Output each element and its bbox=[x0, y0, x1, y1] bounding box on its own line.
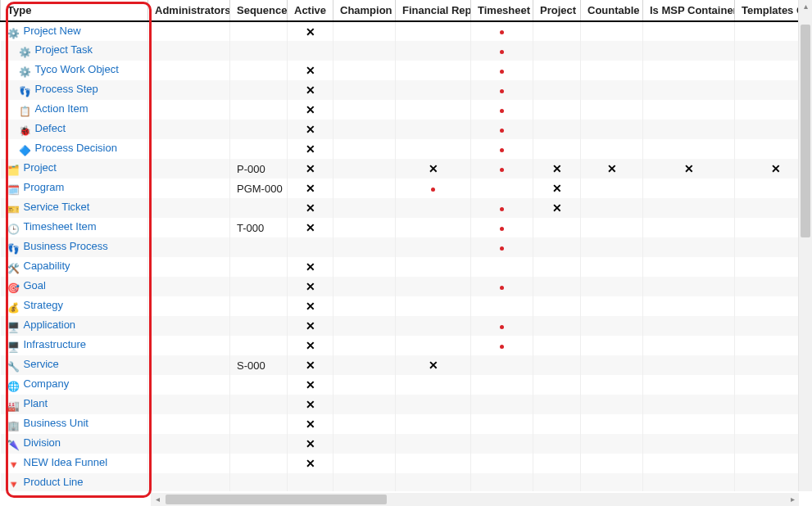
project-cell[interactable] bbox=[533, 454, 581, 473]
table-row[interactable]: 👣Process Step✕ bbox=[1, 80, 800, 100]
champion-cell[interactable] bbox=[333, 159, 396, 178]
table-row[interactable]: 💰Strategy✕ bbox=[1, 296, 800, 316]
msp-container-cell[interactable] bbox=[643, 139, 735, 159]
type-cell[interactable]: 🔻NEW Idea Funnel bbox=[1, 454, 148, 473]
champion-cell[interactable] bbox=[333, 375, 396, 395]
column-header-admin[interactable]: Administrators bbox=[148, 0, 230, 21]
table-row[interactable]: 🌐Company✕ bbox=[1, 375, 800, 395]
active-cell[interactable] bbox=[288, 473, 333, 491]
templates-only-cell[interactable] bbox=[735, 375, 800, 395]
sequence-cell[interactable] bbox=[230, 395, 288, 414]
msp-container-cell[interactable] bbox=[643, 355, 735, 375]
administrators-cell[interactable] bbox=[148, 316, 230, 336]
table-row[interactable]: 🔷Process Decision✕ bbox=[1, 139, 800, 159]
type-cell[interactable]: 🗓️Program bbox=[1, 178, 148, 198]
type-link[interactable]: Action Item bbox=[35, 102, 88, 115]
type-link[interactable]: Defect bbox=[35, 122, 66, 134]
timesheet-cell[interactable] bbox=[471, 159, 533, 178]
timesheet-cell[interactable] bbox=[471, 61, 533, 80]
countable-cell[interactable] bbox=[581, 41, 643, 61]
msp-container-cell[interactable] bbox=[643, 100, 735, 120]
templates-only-cell[interactable] bbox=[735, 120, 800, 139]
project-cell[interactable]: ✕ bbox=[533, 198, 581, 218]
financial-rep-cell[interactable]: ✕ bbox=[396, 355, 471, 375]
type-cell[interactable]: 🛠️Capability bbox=[1, 257, 148, 277]
sequence-cell[interactable]: PGM-000 bbox=[230, 178, 288, 198]
project-cell[interactable] bbox=[533, 237, 581, 257]
administrators-cell[interactable] bbox=[148, 473, 230, 491]
project-cell[interactable] bbox=[533, 120, 581, 139]
active-cell[interactable]: ✕ bbox=[288, 61, 333, 80]
active-cell[interactable]: ✕ bbox=[288, 120, 333, 139]
table-row[interactable]: ⚙️Tyco Work Object✕ bbox=[1, 61, 800, 80]
active-cell[interactable]: ✕ bbox=[288, 218, 333, 237]
horizontal-scrollbar[interactable]: ◂ ▸ bbox=[151, 493, 799, 506]
timesheet-cell[interactable] bbox=[471, 277, 533, 296]
table-row[interactable]: 🏢Business Unit✕ bbox=[1, 414, 800, 434]
scroll-left-arrow-icon[interactable]: ◂ bbox=[151, 493, 164, 506]
financial-rep-cell[interactable] bbox=[396, 100, 471, 120]
countable-cell[interactable] bbox=[581, 316, 643, 336]
administrators-cell[interactable] bbox=[148, 218, 230, 237]
administrators-cell[interactable] bbox=[148, 100, 230, 120]
msp-container-cell[interactable] bbox=[643, 237, 735, 257]
champion-cell[interactable] bbox=[333, 21, 396, 41]
templates-only-cell[interactable] bbox=[735, 296, 800, 316]
type-link[interactable]: Business Process bbox=[24, 240, 108, 252]
champion-cell[interactable] bbox=[333, 139, 396, 159]
countable-cell[interactable] bbox=[581, 375, 643, 395]
countable-cell[interactable] bbox=[581, 336, 643, 355]
administrators-cell[interactable] bbox=[148, 139, 230, 159]
champion-cell[interactable] bbox=[333, 120, 396, 139]
table-row[interactable]: ⚙️Project Task bbox=[1, 41, 800, 61]
type-link[interactable]: Strategy bbox=[24, 299, 63, 311]
administrators-cell[interactable] bbox=[148, 120, 230, 139]
sequence-cell[interactable] bbox=[230, 21, 288, 41]
active-cell[interactable]: ✕ bbox=[288, 100, 333, 120]
type-cell[interactable]: 🗂️Project bbox=[1, 159, 148, 178]
financial-rep-cell[interactable] bbox=[396, 277, 471, 296]
countable-cell[interactable] bbox=[581, 296, 643, 316]
type-link[interactable]: Project bbox=[24, 161, 57, 174]
table-row[interactable]: 🛠️Capability✕ bbox=[1, 257, 800, 277]
type-cell[interactable]: 🎫Service Ticket bbox=[1, 198, 148, 218]
templates-only-cell[interactable] bbox=[735, 198, 800, 218]
project-cell[interactable] bbox=[533, 218, 581, 237]
horizontal-scroll-thumb[interactable] bbox=[166, 495, 387, 504]
project-cell[interactable] bbox=[533, 100, 581, 120]
msp-container-cell[interactable] bbox=[643, 375, 735, 395]
administrators-cell[interactable] bbox=[148, 454, 230, 473]
timesheet-cell[interactable] bbox=[471, 257, 533, 277]
countable-cell[interactable] bbox=[581, 139, 643, 159]
project-cell[interactable] bbox=[533, 395, 581, 414]
type-link[interactable]: Product Line bbox=[24, 476, 84, 488]
champion-cell[interactable] bbox=[333, 336, 396, 355]
active-cell[interactable]: ✕ bbox=[288, 159, 333, 178]
financial-rep-cell[interactable] bbox=[396, 316, 471, 336]
administrators-cell[interactable] bbox=[148, 61, 230, 80]
vertical-scrollbar[interactable]: ▴ bbox=[799, 0, 812, 491]
msp-container-cell[interactable] bbox=[643, 178, 735, 198]
templates-only-cell[interactable] bbox=[735, 100, 800, 120]
templates-only-cell[interactable] bbox=[735, 355, 800, 375]
timesheet-cell[interactable] bbox=[471, 80, 533, 100]
project-cell[interactable] bbox=[533, 296, 581, 316]
templates-only-cell[interactable] bbox=[735, 257, 800, 277]
msp-container-cell[interactable] bbox=[643, 120, 735, 139]
templates-only-cell[interactable] bbox=[735, 21, 800, 41]
countable-cell[interactable] bbox=[581, 61, 643, 80]
templates-only-cell[interactable] bbox=[735, 277, 800, 296]
templates-only-cell[interactable] bbox=[735, 395, 800, 414]
active-cell[interactable]: ✕ bbox=[288, 80, 333, 100]
countable-cell[interactable] bbox=[581, 100, 643, 120]
champion-cell[interactable] bbox=[333, 178, 396, 198]
msp-container-cell[interactable] bbox=[643, 316, 735, 336]
type-link[interactable]: Project Task bbox=[35, 43, 93, 56]
timesheet-cell[interactable] bbox=[471, 100, 533, 120]
type-cell[interactable]: 🔧Service bbox=[1, 355, 148, 375]
financial-rep-cell[interactable] bbox=[396, 21, 471, 41]
sequence-cell[interactable] bbox=[230, 434, 288, 454]
type-cell[interactable]: 🖥️Application bbox=[1, 316, 148, 336]
administrators-cell[interactable] bbox=[148, 395, 230, 414]
administrators-cell[interactable] bbox=[148, 434, 230, 454]
